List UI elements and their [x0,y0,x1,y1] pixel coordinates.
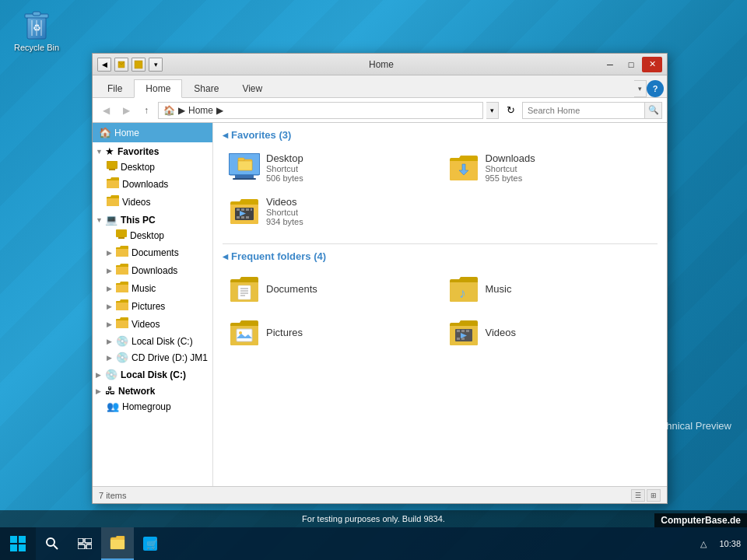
svg-rect-48 [85,538,92,543]
sidebar-item-homegroup[interactable]: 👥 Homegroup [93,398,212,415]
title-bar-left: ◀ ▾ [97,58,163,72]
sidebar-item-home[interactable]: 🏠 Home [93,123,212,142]
forward-button[interactable]: ▶ [117,102,135,119]
network-toggle[interactable]: ▶ [96,387,105,395]
back-button[interactable]: ◀ [97,102,114,119]
ribbon-expand-button[interactable]: ▾ [634,80,647,97]
favorites-toggle[interactable]: ▼ [96,148,105,156]
recycle-bin-icon[interactable]: ♻ Recycle Bin [9,6,64,52]
file-item-music[interactable]: ♪ Music [442,268,658,309]
music-large-icon: ♪ [448,273,479,304]
sidebar-item-pc-videos[interactable]: ▶ Videos [93,315,212,333]
svg-rect-36 [457,330,460,332]
refresh-button[interactable]: ↻ [502,102,519,119]
file-item-videos-fav[interactable]: Videos Shortcut 934 bytes [223,191,439,231]
svg-rect-15 [235,175,254,178]
local-disk-section-toggle[interactable]: ▶ [96,371,105,379]
address-bar: ◀ ▶ ↑ 🏠 ▶ Home ▶ ▾ ↻ 🔍 [93,98,667,123]
svg-rect-20 [237,208,240,211]
file-item-desktop[interactable]: Desktop Shortcut 506 bytes [223,147,439,187]
quick-access-btn-1[interactable]: ◀ [97,58,111,72]
quick-access-btn-4[interactable]: ▾ [149,58,163,72]
pictures-toggle[interactable]: ▶ [107,303,116,310]
svg-rect-24 [237,216,240,219]
address-dropdown[interactable]: ▾ [486,102,499,119]
desktop-file-detail1: Shortcut [266,164,303,173]
help-button[interactable]: ? [647,80,664,97]
this-pc-toggle[interactable]: ▼ [96,216,105,224]
file-item-pictures[interactable]: Pictures [223,312,439,352]
desktop-file-name: Desktop [266,152,303,164]
system-clock[interactable]: 10:38 [713,539,747,548]
sidebar-item-documents[interactable]: ▶ Documents [93,243,212,261]
file-item-downloads[interactable]: Downloads Shortcut 955 bytes [442,147,658,187]
local-disk-toggle[interactable]: ▶ [107,338,116,345]
sidebar-music-label: Music [132,283,156,294]
sidebar-homegroup-label: Homegroup [122,401,171,412]
this-pc-section[interactable]: ▼ 💻 This PC [93,211,212,227]
window-title: Home [163,59,600,70]
address-path[interactable]: 🏠 ▶ Home ▶ [158,102,483,119]
pc-videos-toggle[interactable]: ▶ [107,320,116,328]
up-button[interactable]: ↑ [138,102,155,119]
ribbon-tabs: File Home Share View ▾ ? [93,75,667,97]
search-icon[interactable]: 🔍 [644,103,661,118]
favorites-label: Favorites [117,146,159,157]
status-bar: 7 items ☰ ⊞ [93,486,667,503]
tab-home[interactable]: Home [134,79,182,98]
documents-toggle[interactable]: ▶ [107,249,116,257]
music-file-info: Music [486,283,512,295]
sidebar-item-pc-desktop[interactable]: Desktop [93,227,212,243]
local-disk-section[interactable]: ▶ 💿 Local Disk (C:) [93,366,212,382]
search-input[interactable] [523,103,644,118]
start-button[interactable] [0,527,36,560]
sidebar-item-music[interactable]: ▶ Music [93,279,212,297]
sidebar-item-videos-fav[interactable]: Videos [93,193,212,211]
task-view-button[interactable] [68,527,101,560]
downloads-file-name: Downloads [486,152,535,164]
list-view-button[interactable]: ☰ [631,489,645,502]
network-section[interactable]: ▶ 🖧 Network [93,382,212,398]
tab-view[interactable]: View [230,79,274,97]
explorer-taskbar-button[interactable] [101,527,134,560]
sidebar-item-pictures[interactable]: ▶ Pictures [93,297,212,315]
svg-rect-23 [251,208,252,211]
minimize-button[interactable]: ─ [600,57,620,72]
clock-time: 10:38 [719,539,741,548]
videos-large-icon [229,195,260,226]
window-controls: ─ □ ✕ [600,57,662,72]
file-item-documents[interactable]: Documents [223,268,439,309]
sidebar-item-local-disk-c[interactable]: ▶ 💿 Local Disk (C:) [93,333,212,349]
music-frequent-name: Music [486,283,512,295]
videos-file-detail1: Shortcut [266,208,303,217]
sidebar-pc-videos-label: Videos [132,319,160,330]
desktop-file-detail2: 506 bytes [266,173,303,183]
notification-text: For testing purposes only. Build 9834. [302,514,445,523]
svg-rect-7 [135,61,142,68]
music-toggle[interactable]: ▶ [107,285,116,292]
cd-drive-toggle[interactable]: ▶ [107,354,116,362]
file-item-videos-frequent[interactable]: Videos [442,312,658,352]
documents-large-icon [229,273,260,304]
sidebar-item-desktop[interactable]: Desktop [93,159,212,175]
quick-access-btn-3[interactable] [132,58,146,72]
close-button[interactable]: ✕ [642,57,662,72]
store-taskbar-button[interactable]: 🛒 [134,527,167,560]
quick-access-btn-2[interactable] [114,58,128,72]
pc-downloads-toggle[interactable]: ▶ [107,267,116,275]
svg-rect-47 [78,538,83,543]
favorites-grid: Desktop Shortcut 506 bytes [223,147,658,231]
svg-rect-40 [461,338,465,340]
sidebar-item-downloads[interactable]: Downloads [93,175,212,193]
maximize-button[interactable]: □ [621,57,641,72]
search-taskbar-button[interactable] [36,527,68,560]
favorites-section[interactable]: ▼ ★ Favorites [93,142,212,159]
svg-rect-43 [10,544,17,551]
tab-share[interactable]: Share [182,79,230,97]
tab-file[interactable]: File [96,79,134,97]
sidebar-item-cd-drive[interactable]: ▶ 💿 CD Drive (D:) JM1 [93,349,212,366]
sidebar-item-pc-downloads[interactable]: ▶ Downloads [93,261,212,279]
svg-rect-33 [237,329,252,341]
grid-view-button[interactable]: ⊞ [647,489,661,502]
network-icon: 🖧 [105,385,115,397]
